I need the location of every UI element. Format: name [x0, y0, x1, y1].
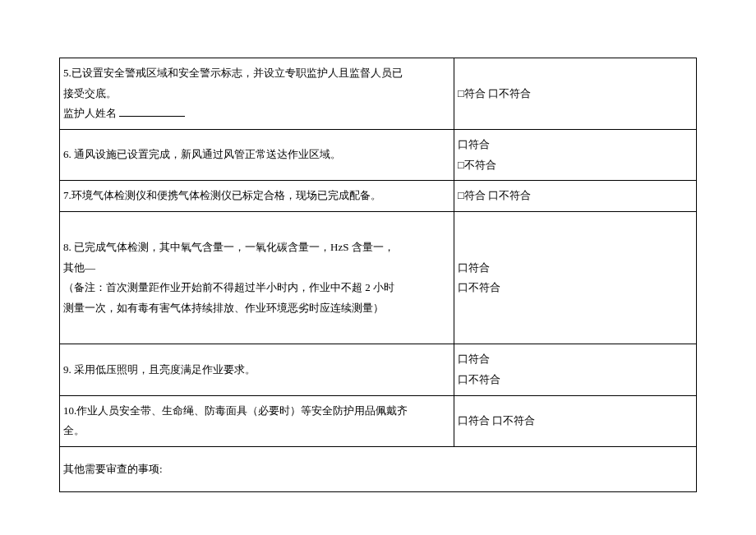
row-5-status[interactable]: □符合 口不符合	[454, 58, 697, 130]
row-9-status2: 口不符合	[458, 373, 500, 385]
row-8-line2: 其他—	[63, 261, 95, 274]
row-8-status2: 口不符合	[458, 281, 500, 293]
row-7: 7.环境气体检测仪和便携气体检测仪已标定合格，现场已完成配备。 □符合 口不符合	[60, 181, 697, 212]
row-6: 6. 通风设施已设置完成，新风通过风管正常送达作业区域。 口符合 □不符合	[60, 130, 697, 181]
row-5: 5.已设置安全警戒区域和安全警示标志，并设立专职监护人且监督人员已 接受交底。 …	[60, 58, 697, 130]
other-items-label: 其他需要审查的事项:	[63, 463, 163, 475]
row-10-desc: 10.作业人员安全带、生命绳、防毒面具（必要时）等安全防护用品佩戴齐 全。	[60, 395, 454, 446]
row-8-status1: 口符合	[458, 261, 490, 274]
row-8: 8. 已完成气体检测，其中氧气含量一，一氧化碳含量一，HzS 含量一， 其他— …	[60, 212, 697, 344]
row-10-line1: 10.作业人员安全带、生命绳、防毒面具（必要时）等安全防护用品佩戴齐	[63, 404, 408, 417]
row-7-desc: 7.环境气体检测仪和便携气体检测仪已标定合格，现场已完成配备。	[60, 181, 454, 212]
other-items-cell[interactable]: 其他需要审查的事项:	[60, 447, 697, 492]
row-9-status1: 口符合	[458, 353, 490, 365]
row-10-line2: 全。	[63, 424, 85, 436]
row-9-status[interactable]: 口符合 口不符合	[454, 344, 697, 395]
row-8-line4: 测量一次，如有毒有害气体持续排放、作业环境恶劣时应连续测量）	[63, 302, 384, 314]
row-6-status1: 口符合	[458, 138, 490, 150]
checklist-table: 5.已设置安全警戒区域和安全警示标志，并设立专职监护人且监督人员已 接受交底。 …	[59, 58, 697, 492]
row-8-desc: 8. 已完成气体检测，其中氧气含量一，一氧化碳含量一，HzS 含量一， 其他— …	[60, 212, 454, 344]
row-5-line1: 5.已设置安全警戒区域和安全警示标志，并设立专职监护人且监督人员已	[63, 67, 403, 79]
row-8-line1: 8. 已完成气体检测，其中氧气含量一，一氧化碳含量一，HzS 含量一，	[63, 241, 394, 253]
row-5-line3-prefix: 监护人姓名	[63, 107, 117, 119]
row-9-desc: 9. 采用低压照明，且亮度满足作业要求。	[60, 344, 454, 395]
row-9: 9. 采用低压照明，且亮度满足作业要求。 口符合 口不符合	[60, 344, 697, 395]
guardian-name-line[interactable]	[119, 106, 185, 117]
row-5-desc: 5.已设置安全警戒区域和安全警示标志，并设立专职监护人且监督人员已 接受交底。 …	[60, 58, 454, 130]
row-10: 10.作业人员安全带、生命绳、防毒面具（必要时）等安全防护用品佩戴齐 全。 口符…	[60, 395, 697, 446]
row-5-line2: 接受交底。	[63, 87, 117, 99]
row-8-status[interactable]: 口符合 口不符合	[454, 212, 697, 344]
signature-spacer	[59, 492, 697, 535]
row-other: 其他需要审查的事项:	[60, 447, 697, 492]
row-7-status[interactable]: □符合 口不符合	[454, 181, 697, 212]
row-6-status[interactable]: 口符合 □不符合	[454, 130, 697, 181]
row-8-line3: （备注：首次测量距作业开始前不得超过半小时内，作业中不超 2 小时	[63, 281, 394, 293]
row-6-status2: □不符合	[458, 159, 496, 171]
row-6-desc: 6. 通风设施已设置完成，新风通过风管正常送达作业区域。	[60, 130, 454, 181]
row-10-status[interactable]: 口符合 口不符合	[454, 395, 697, 446]
